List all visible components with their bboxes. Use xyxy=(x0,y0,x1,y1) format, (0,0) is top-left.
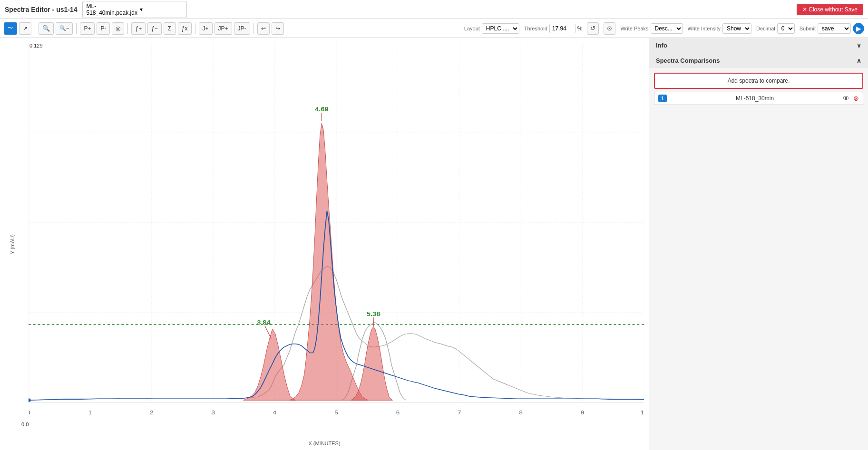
submit-group: Submit saveupdate ▶ xyxy=(800,23,864,34)
decimal-select[interactable]: 012 xyxy=(777,23,795,34)
chart-area: Y (mAU) X (MINUTES) 0.129 0.0 0.0 5 xyxy=(0,38,649,450)
layout-group: Layout HPLC .... xyxy=(464,23,519,34)
toolbar-separator-3 xyxy=(127,23,128,34)
threshold-label: Threshold xyxy=(524,26,547,31)
j-plus-button[interactable]: J+ xyxy=(199,22,213,35)
fx-button[interactable]: ƒx xyxy=(178,22,192,35)
eye-icon[interactable]: 👁 xyxy=(843,95,849,102)
threshold-unit: % xyxy=(577,25,583,32)
redo-button[interactable]: ↪ xyxy=(272,22,284,35)
settings-button[interactable]: ⊙ xyxy=(604,22,615,35)
app-title: Spectra Editor - us1-14 xyxy=(5,6,78,13)
svg-text:3.84: 3.84 xyxy=(257,319,271,326)
write-intensity-group: Write Intensity Show Hide xyxy=(688,23,752,34)
toolbar-separator-2 xyxy=(76,23,77,34)
layout-label: Layout xyxy=(464,26,480,31)
peak-add-button[interactable]: P+ xyxy=(80,22,95,35)
svg-text:0: 0 xyxy=(29,410,30,416)
svg-text:9: 9 xyxy=(581,410,585,416)
main-content: Y (mAU) X (MINUTES) 0.129 0.0 0.0 5 xyxy=(0,38,868,450)
svg-text:2: 2 xyxy=(150,410,154,416)
svg-text:3: 3 xyxy=(211,410,215,416)
decimal-label: Decimal xyxy=(756,26,775,31)
curve-tool-button[interactable]: 〜 xyxy=(4,22,17,35)
jp-plus-button[interactable]: JP+ xyxy=(215,22,232,35)
svg-text:4: 4 xyxy=(273,410,277,416)
refresh-button[interactable]: ↺ xyxy=(587,22,599,35)
close-without-save-button[interactable]: ✕ Close without Save xyxy=(797,4,863,15)
svg-text:1: 1 xyxy=(88,410,92,416)
spectra-number: 1 xyxy=(658,95,667,102)
spectra-name: ML-518_30min xyxy=(671,95,839,102)
y-top-value: 0.129 xyxy=(29,43,43,48)
chart-svg[interactable]: 0.0 50 1.0×10² 1.5×10² 2.0×10² 0 1 2 3 4… xyxy=(29,43,644,431)
svg-marker-34 xyxy=(290,123,368,400)
write-intensity-select[interactable]: Show Hide xyxy=(722,23,751,34)
decimal-group: Decimal 012 xyxy=(756,23,795,34)
write-peaks-select[interactable]: Desc... Asc... xyxy=(651,23,683,34)
write-intensity-label: Write Intensity xyxy=(688,26,721,31)
svg-text:6: 6 xyxy=(396,410,400,416)
delete-spectra-icon[interactable]: ⊗ xyxy=(853,95,859,102)
file-dropdown[interactable]: ML-518_40min.peak.jdx ▾ xyxy=(82,1,187,18)
svg-text:10: 10 xyxy=(641,410,644,416)
undo-button[interactable]: ↩ xyxy=(257,22,270,35)
submit-button[interactable]: ▶ xyxy=(853,23,864,34)
x-axis-label: X (MINUTES) xyxy=(308,440,340,446)
chevron-down-icon: ▾ xyxy=(140,6,183,13)
peak-remove-button[interactable]: P- xyxy=(97,22,110,35)
write-peaks-label: Write Peaks xyxy=(620,26,648,31)
svg-text:5.38: 5.38 xyxy=(367,311,380,317)
svg-point-36 xyxy=(29,398,31,402)
lasso-button[interactable]: ◎ xyxy=(112,22,124,35)
svg-line-38 xyxy=(265,326,271,339)
spectra-item: 1 ML-518_30min 👁 ⊗ xyxy=(654,92,863,105)
add-spectra-button[interactable]: Add spectra to compare. xyxy=(654,73,863,89)
toolbar: 〜 ↗ 🔍 🔍− P+ P- ◎ ƒ+ ƒ− Σ ƒx J+ JP+ JP- ↩… xyxy=(0,19,868,38)
func-minus-button[interactable]: ƒ− xyxy=(147,22,162,35)
info-label: Info xyxy=(656,42,667,49)
info-section: Info ∨ xyxy=(649,38,868,53)
toolbar-right: Layout HPLC .... Threshold % ↺ ⊙ Write P… xyxy=(464,22,864,35)
spectra-comparisons-body: Add spectra to compare. 1 ML-518_30min 👁… xyxy=(649,68,868,110)
y-axis-label: Y (mAU) xyxy=(10,234,15,254)
spectra-comparisons-section: Spectra Comparisons ∧ Add spectra to com… xyxy=(649,53,868,110)
submit-select[interactable]: saveupdate xyxy=(818,23,851,34)
right-panel: Info ∨ Spectra Comparisons ∧ Add spectra… xyxy=(649,38,868,450)
spectra-comparisons-collapse-icon: ∧ xyxy=(857,57,861,64)
spectra-comparisons-label: Spectra Comparisons xyxy=(656,57,720,64)
sigma-button[interactable]: Σ xyxy=(164,22,176,35)
layout-select[interactable]: HPLC .... xyxy=(482,23,519,34)
toolbar-separator-4 xyxy=(195,23,195,34)
zoom-out-button[interactable]: 🔍− xyxy=(56,22,73,35)
submit-label: Submit xyxy=(800,26,816,31)
svg-text:8: 8 xyxy=(519,410,523,416)
svg-text:4.69: 4.69 xyxy=(315,106,329,113)
svg-text:5: 5 xyxy=(334,410,338,416)
spectra-comparisons-header[interactable]: Spectra Comparisons ∧ xyxy=(649,53,868,68)
toolbar-separator-1 xyxy=(35,23,35,34)
y-zero-value: 0.0 xyxy=(21,421,29,427)
threshold-input[interactable] xyxy=(549,24,575,33)
info-section-header[interactable]: Info ∨ xyxy=(649,38,868,53)
svg-text:7: 7 xyxy=(458,410,461,416)
header: Spectra Editor - us1-14 ML-518_40min.pea… xyxy=(0,0,868,19)
toolbar-separator-5 xyxy=(254,23,254,34)
jp-minus-button[interactable]: JP- xyxy=(234,22,250,35)
threshold-group: Threshold % xyxy=(524,24,583,33)
svg-marker-33 xyxy=(244,329,296,400)
arrow-tool-button[interactable]: ↗ xyxy=(19,22,31,35)
zoom-in-button[interactable]: 🔍 xyxy=(39,22,54,35)
write-peaks-group: Write Peaks Desc... Asc... xyxy=(620,23,683,34)
file-name: ML-518_40min.peak.jdx xyxy=(87,3,137,16)
func-plus-button[interactable]: ƒ+ xyxy=(131,22,146,35)
info-collapse-icon: ∨ xyxy=(857,42,861,49)
